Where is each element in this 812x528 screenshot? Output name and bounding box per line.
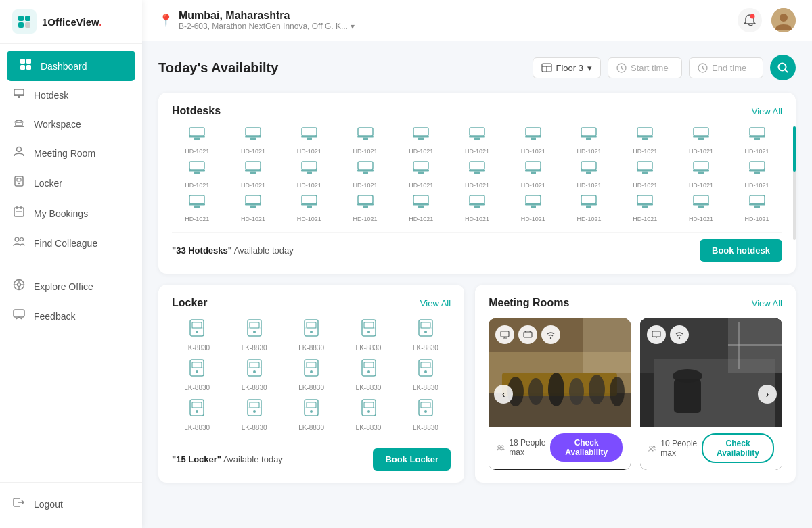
end-time-input[interactable]: End time [689, 57, 763, 78]
locker-item[interactable]: LK-8830 [229, 358, 279, 391]
desk-item[interactable]: HD-1021 [564, 160, 614, 189]
desk-item[interactable]: HD-1021 [228, 126, 279, 155]
desk-icon [411, 194, 430, 213]
desk-item[interactable]: HD-1021 [620, 194, 671, 222]
svg-point-177 [367, 370, 370, 373]
sidebar-item-workspace[interactable]: Workspace [0, 110, 142, 139]
desk-item[interactable]: HD-1021 [284, 126, 334, 155]
desk-item[interactable]: HD-1021 [620, 126, 671, 155]
desk-icon [468, 126, 487, 145]
room-2-capacity-text: 10 People max [660, 439, 702, 458]
locker-item[interactable]: LK-8830 [343, 398, 393, 431]
desk-item[interactable]: HD-1021 [284, 194, 334, 222]
svg-point-197 [367, 410, 370, 413]
locker-item[interactable]: LK-8830 [286, 318, 336, 352]
locker-item[interactable]: LK-8830 [172, 398, 222, 431]
locker-item[interactable]: LK-8830 [172, 318, 222, 352]
locker-item[interactable]: LK-8830 [343, 358, 393, 391]
desk-icon [524, 160, 543, 179]
locker-item[interactable]: LK-8830 [343, 318, 393, 352]
desk-item[interactable]: HD-1021 [564, 194, 614, 222]
desk-item[interactable]: HD-1021 [228, 194, 279, 222]
locker-item[interactable]: LK-8830 [286, 398, 336, 431]
sidebar-item-my-bookings[interactable]: My Bookings [0, 198, 142, 229]
sidebar-item-meeting-room[interactable]: Meeting Room [0, 139, 142, 168]
svg-rect-58 [418, 138, 424, 141]
sidebar-item-explore-office[interactable]: Explore Office [0, 271, 142, 302]
desk-label: HD-1021 [689, 148, 713, 155]
desk-item[interactable]: HD-1021 [172, 194, 223, 222]
svg-rect-10 [18, 96, 20, 98]
desk-item[interactable]: HD-1021 [452, 126, 503, 155]
sidebar-item-hotdesk[interactable]: Hotdesk [0, 81, 142, 110]
sidebar-item-feedback[interactable]: Feedback [0, 302, 142, 331]
locker-item[interactable]: LK-8830 [401, 358, 451, 391]
desk-item[interactable]: HD-1021 [620, 160, 671, 189]
desk-item[interactable]: HD-1021 [731, 194, 782, 222]
desk-item[interactable]: HD-1021 [396, 126, 447, 155]
sidebar-item-logout[interactable]: Logout [0, 489, 142, 519]
desk-item[interactable]: HD-1021 [676, 194, 727, 222]
sidebar-item-dashboard[interactable]: Dashboard [7, 51, 135, 81]
desk-item[interactable]: HD-1021 [508, 194, 558, 222]
locker-item[interactable]: LK-8830 [286, 358, 336, 391]
locker-item[interactable]: LK-8830 [229, 318, 279, 352]
desk-item[interactable]: HD-1021 [452, 194, 503, 222]
desk-item[interactable]: HD-1021 [508, 126, 558, 155]
desk-item[interactable]: HD-1021 [340, 126, 390, 155]
desk-label: HD-1021 [521, 182, 545, 189]
desk-item[interactable]: HD-1021 [396, 194, 447, 222]
desk-icon [411, 160, 430, 179]
svg-point-165 [196, 370, 198, 373]
desk-item[interactable]: HD-1021 [731, 160, 782, 189]
check-availability-button-2[interactable]: Check Availability [702, 433, 774, 463]
search-button[interactable] [770, 55, 796, 80]
svg-rect-115 [250, 206, 256, 208]
locker-item[interactable]: LK-8830 [401, 398, 451, 431]
desk-item[interactable]: HD-1021 [396, 160, 447, 189]
desk-item[interactable]: HD-1021 [676, 160, 727, 189]
locker-icon [303, 398, 319, 421]
book-locker-button[interactable]: Book Locker [373, 448, 451, 471]
locker-item[interactable]: LK-8830 [172, 358, 222, 391]
meeting-rooms-view-all[interactable]: View All [752, 298, 782, 308]
svg-rect-180 [421, 362, 430, 368]
desk-item[interactable]: HD-1021 [340, 194, 390, 222]
floor-selector[interactable]: Floor 3 ▾ [533, 57, 601, 78]
book-hotdesk-button[interactable]: Book hotdesk [700, 239, 782, 262]
svg-rect-141 [749, 203, 765, 206]
svg-line-43 [785, 70, 788, 72]
check-availability-button-1[interactable]: Check Availability [550, 433, 623, 462]
svg-point-169 [253, 370, 256, 373]
sidebar-item-locker[interactable]: Locker [0, 168, 142, 198]
desk-label: HD-1021 [633, 216, 657, 222]
start-time-input[interactable]: Start time [608, 57, 682, 78]
lockers-view-all[interactable]: View All [420, 298, 451, 308]
desk-item[interactable]: HD-1021 [340, 160, 390, 189]
locker-item[interactable]: LK-8830 [229, 398, 279, 431]
desk-item[interactable]: HD-1021 [284, 160, 334, 189]
user-avatar[interactable] [771, 8, 796, 32]
sidebar-item-label: Hotdesk [34, 90, 68, 101]
desk-item[interactable]: HD-1021 [676, 126, 727, 155]
svg-rect-144 [192, 322, 202, 328]
room-1-nav-prev[interactable]: ‹ [494, 385, 513, 404]
hotdesks-view-all[interactable]: View All [752, 106, 782, 116]
chevron-down-icon[interactable]: ▾ [351, 22, 355, 31]
logo-area: 1OfficeView. [0, 0, 142, 44]
notifications-button[interactable] [738, 8, 762, 32]
svg-rect-94 [474, 172, 480, 174]
sidebar-item-find-colleague[interactable]: Find Colleague [0, 229, 142, 258]
desk-item[interactable]: HD-1021 [564, 126, 614, 155]
desk-item[interactable]: HD-1021 [452, 160, 503, 189]
desk-icon [244, 160, 263, 179]
room-2-nav-next[interactable]: › [758, 385, 777, 404]
desk-item[interactable]: HD-1021 [228, 160, 279, 189]
svg-rect-128 [526, 195, 541, 203]
desk-item[interactable]: HD-1021 [172, 126, 223, 155]
desk-item[interactable]: HD-1021 [172, 160, 223, 189]
locker-item[interactable]: LK-8830 [401, 318, 451, 352]
desk-icon [692, 194, 710, 213]
desk-item[interactable]: HD-1021 [731, 126, 782, 155]
desk-item[interactable]: HD-1021 [508, 160, 558, 189]
